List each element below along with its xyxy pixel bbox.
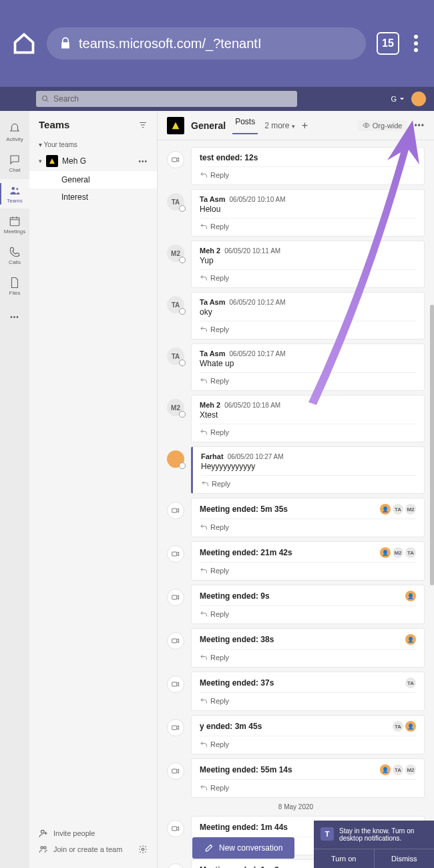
svg-rect-14 [172, 682, 177, 686]
scrollbar[interactable] [430, 305, 434, 585]
message-card[interactable]: Ta Asm06/05/20 10:17 AMWhate upReply [191, 343, 425, 391]
channel-more-button[interactable]: ••• [414, 121, 425, 130]
participants: 👤 [405, 634, 416, 645]
message-card[interactable]: Meeting ended: 9s👤Reply [191, 585, 425, 624]
svg-point-2 [16, 188, 18, 190]
message-card[interactable]: Meeting ended: 5m 35s👤TAM2Reply [191, 498, 425, 537]
svg-rect-3 [10, 217, 19, 225]
message-row: TATa Asm06/05/20 10:12 AMokyReply [167, 292, 425, 339]
camera-icon [167, 589, 184, 606]
toast-turn-on-button[interactable]: Turn on [314, 849, 375, 868]
browser-menu-button[interactable] [410, 35, 422, 52]
message-card[interactable]: Ta Asm06/05/20 10:12 AMokyReply [191, 292, 425, 339]
message-row: Meeting ended: 37sTAReply [167, 672, 425, 711]
filter-icon[interactable] [138, 120, 148, 130]
rail-item-calls[interactable]: Calls [0, 241, 29, 270]
sidebar-title: Teams [39, 119, 69, 130]
reply-button[interactable]: Reply [200, 519, 416, 531]
message-row: Meeting ended: 5m 35s👤TAM2Reply [167, 498, 425, 537]
add-tab-button[interactable]: + [302, 120, 308, 132]
svg-rect-12 [172, 595, 177, 599]
user-initial[interactable]: G [391, 95, 405, 103]
org-wide-badge[interactable]: Org-wide [357, 120, 408, 131]
reply-button[interactable]: Reply [200, 269, 416, 282]
url-bar[interactable]: teams.microsoft.com/_?tenantI [47, 27, 366, 59]
teams-sidebar: Teams ▾ Your teams ▾ Meh G ••• General I… [29, 111, 158, 868]
tabs-count-button[interactable]: 15 [377, 32, 399, 55]
search-input[interactable]: Search [36, 91, 297, 107]
message-time: 06/05/20 10:18 AM [224, 402, 280, 409]
team-name: Meh G [62, 156, 86, 166]
rail-item-meetings[interactable]: Meetings [0, 210, 29, 239]
message-card[interactable]: Farhat06/05/20 10:27 AMHeyyyyyyyyyyyRepl… [191, 446, 425, 494]
svg-rect-17 [172, 827, 177, 831]
camera-icon [167, 820, 184, 837]
app-body: Activity Chat Teams Meetings Calls Files… [0, 111, 434, 868]
message-card[interactable]: Meeting ended: 37sTAReply [191, 672, 425, 711]
tabs-more[interactable]: 2 more ▾ [264, 121, 295, 130]
message-card[interactable]: Ta Asm06/05/20 10:10 AMHelouReply [191, 189, 425, 237]
rail-item-activity[interactable]: Activity [0, 118, 29, 147]
message-card[interactable]: Meh 206/05/20 10:18 AMXtestReply [191, 395, 425, 442]
avatar[interactable] [411, 92, 426, 106]
message-body: Meeting ended: 37s [200, 678, 274, 688]
search-icon [41, 95, 49, 103]
teams-top-bar: Search G [0, 87, 434, 111]
team-row[interactable]: ▾ Meh G ••• [29, 151, 157, 171]
tab-posts[interactable]: Posts [232, 117, 258, 134]
message-card[interactable]: Meeting ended: 38s👤Reply [191, 628, 425, 668]
new-conversation-button[interactable]: New conversation [192, 837, 294, 859]
message-card[interactable]: Meeting ended: 55m 14s👤TAM2Reply [191, 758, 425, 798]
reply-button[interactable]: Reply [200, 692, 416, 705]
search-placeholder: Search [53, 94, 79, 104]
gear-icon[interactable] [138, 845, 148, 854]
date-divider: 8 May 2020 [167, 803, 425, 811]
join-create-team-button[interactable]: Join or create a team [39, 841, 148, 857]
message-row: M2Meh 206/05/20 10:11 AMYupReply [167, 241, 425, 288]
reply-button[interactable]: Reply [200, 605, 416, 618]
rail-item-files[interactable]: Files [0, 271, 29, 301]
message-body: Xtest [200, 410, 218, 420]
compose-icon [204, 843, 214, 853]
message-row: Meeting ended: 21m 42s👤M2TAReply [167, 541, 425, 581]
messages-list: test ended: 12sReplyTATa Asm06/05/20 10:… [158, 140, 434, 868]
sidebar-channel-general[interactable]: General [29, 171, 157, 188]
team-more-button[interactable]: ••• [138, 158, 148, 165]
reply-button[interactable]: Reply [200, 166, 416, 179]
reply-button[interactable]: Reply [201, 475, 416, 488]
teams-logo-icon: T [320, 827, 334, 841]
svg-point-6 [44, 847, 47, 849]
reply-button[interactable]: Reply [200, 649, 416, 662]
message-body: Meeting ended: 1m 44s [200, 823, 288, 832]
message-body: Meeting ended: 5m 35s [200, 504, 288, 514]
reply-button[interactable]: Reply [200, 218, 416, 231]
rail-item-teams[interactable]: Teams [0, 179, 29, 208]
reply-button[interactable]: Reply [200, 321, 416, 333]
reply-button[interactable]: Reply [200, 562, 416, 575]
toast-dismiss-button[interactable]: Dismiss [375, 849, 435, 868]
rail-item-more[interactable]: ••• [0, 302, 29, 331]
user-avatar: M2 [167, 399, 184, 416]
sidebar-channel-interest[interactable]: Interest [29, 188, 157, 206]
message-card[interactable]: Meeting ended: 21m 42s👤M2TAReply [191, 541, 425, 581]
camera-icon [167, 151, 184, 168]
home-icon[interactable] [12, 31, 36, 55]
svg-point-4 [41, 830, 45, 833]
reply-button[interactable]: Reply [200, 372, 416, 385]
svg-rect-16 [172, 769, 177, 773]
rail-item-chat[interactable]: Chat [0, 148, 29, 178]
message-card[interactable]: test ended: 12sReply [191, 147, 425, 185]
message-card[interactable]: y ended: 3m 45sTA👤Reply [191, 715, 425, 754]
invite-people-button[interactable]: Invite people [39, 825, 148, 841]
reply-button[interactable]: Reply [200, 424, 416, 436]
reply-button[interactable]: Reply [200, 736, 416, 748]
message-card[interactable]: Meh 206/05/20 10:11 AMYupReply [191, 241, 425, 288]
participants: 👤M2TA [380, 547, 416, 558]
message-time: 06/05/20 10:27 AM [228, 453, 284, 460]
svg-rect-9 [172, 158, 177, 162]
eye-icon [363, 122, 370, 129]
message-author: Ta Asm [200, 195, 226, 203]
sidebar-header: Teams [29, 111, 157, 138]
message-body: Meeting ended: 21m 42s [200, 548, 292, 557]
reply-button[interactable]: Reply [200, 779, 416, 792]
